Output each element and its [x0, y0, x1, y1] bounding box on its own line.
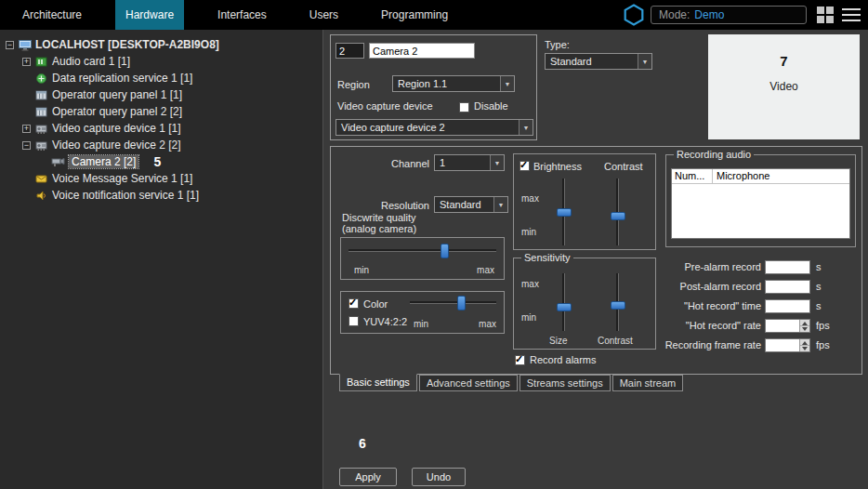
- region-value: Region 1.1: [393, 78, 500, 89]
- tree-item-video-capture-2[interactable]: Video capture device 2 [2]: [0, 137, 322, 153]
- spin-up-icon[interactable]: [800, 320, 809, 326]
- discwrite-quality-slider[interactable]: [349, 244, 496, 258]
- recording-audio-group: Recording audio Num... Microphone: [665, 154, 856, 247]
- tree-item-data-replication[interactable]: Data replication service 1 [1]: [0, 70, 322, 86]
- type-value: Standard: [546, 56, 638, 67]
- yuv-checkbox[interactable]: [349, 316, 359, 326]
- voice-notification-icon: [34, 190, 48, 202]
- menu-architecture[interactable]: Architecture: [11, 0, 93, 30]
- slider-track: [349, 249, 496, 252]
- record-alarms-row: Record alarms: [515, 354, 597, 365]
- slider-handle[interactable]: [611, 212, 625, 220]
- menu-hardware[interactable]: Hardware: [115, 0, 184, 30]
- disable-label: Disable: [474, 100, 508, 112]
- tree-item-voice-notification[interactable]: Voice notification service 1 [1]: [0, 187, 322, 204]
- tree-item-localhost[interactable]: LOCALHOST [DESKTOP-A2BI9O8]: [0, 36, 322, 53]
- layout-grid-icon[interactable]: [817, 7, 834, 23]
- brightness-contrast-group: Brightness Contrast max min: [513, 153, 656, 250]
- spin-down-icon[interactable]: [800, 346, 809, 351]
- hot-record-time-row: "Hot record" time s: [619, 298, 856, 313]
- tree-item-video-capture-1[interactable]: Video capture device 1 [1]: [0, 120, 322, 137]
- recording-audio-title: Recording audio: [674, 149, 754, 160]
- slider-handle[interactable]: [441, 244, 449, 258]
- spin-down-icon[interactable]: [800, 326, 809, 332]
- hamburger-menu-icon[interactable]: [842, 8, 861, 21]
- resolution-dropdown[interactable]: Standard: [434, 196, 508, 213]
- brightness-label: Brightness: [533, 161, 582, 172]
- color-group: Color YUV4:2:2 min max: [340, 291, 505, 334]
- min-label: min: [414, 319, 428, 329]
- pre-alarm-record-input[interactable]: [765, 260, 810, 274]
- video-device-icon: [34, 139, 48, 152]
- type-dropdown[interactable]: Standard: [545, 53, 652, 70]
- column-microphone: Microphone: [713, 169, 849, 183]
- spin-up-icon[interactable]: [800, 339, 809, 346]
- unit-label: s: [816, 281, 822, 292]
- tab-advanced-settings[interactable]: Advanced settings: [419, 375, 518, 391]
- disable-checkbox[interactable]: [459, 102, 469, 112]
- annotation-5: 5: [153, 154, 161, 169]
- max-label: max: [477, 265, 494, 275]
- region-dropdown[interactable]: Region 1.1: [392, 75, 515, 92]
- apply-button[interactable]: Apply: [339, 468, 397, 486]
- field-label: "Hot record" rate: [619, 320, 761, 331]
- operator-panel-icon: [34, 89, 48, 101]
- chevron-down-icon: [490, 155, 504, 170]
- tree-item-voice-message[interactable]: Voice Message Service 1 [1]: [0, 170, 322, 187]
- device-dropdown[interactable]: Video capture device 2: [335, 119, 533, 136]
- menu-programming[interactable]: Programming: [370, 0, 459, 30]
- expand-icon[interactable]: [22, 58, 31, 66]
- tree-item-audio-card[interactable]: Audio card 1 [1]: [0, 53, 322, 70]
- slider-handle[interactable]: [557, 303, 572, 311]
- menu-users[interactable]: Users: [298, 0, 349, 30]
- spinner-buttons[interactable]: [799, 339, 809, 351]
- slider-track: [410, 301, 496, 304]
- hot-record-time-input[interactable]: [765, 299, 810, 313]
- tree-item-label: Video capture device 1 [1]: [52, 122, 181, 135]
- collapse-icon[interactable]: [22, 141, 31, 150]
- region-label: Region: [337, 79, 370, 90]
- brightness-checkbox[interactable]: [519, 161, 530, 171]
- slider-handle[interactable]: [457, 296, 466, 311]
- post-alarm-record-input[interactable]: [765, 280, 810, 294]
- color-checkbox[interactable]: [349, 298, 359, 309]
- column-number: Num...: [672, 169, 713, 183]
- slider-handle[interactable]: [557, 208, 572, 217]
- recording-frame-rate-input[interactable]: [765, 338, 810, 352]
- contrast-slider[interactable]: [611, 178, 625, 245]
- video-placeholder-label: Video: [708, 80, 860, 93]
- object-id-field[interactable]: [335, 43, 364, 59]
- yuv-label: YUV4:2:2: [363, 316, 407, 327]
- spinner-buttons[interactable]: [799, 320, 809, 332]
- tree-item-operator-panel-1[interactable]: Operator query panel 1 [1]: [0, 86, 322, 103]
- color-slider[interactable]: [410, 296, 496, 311]
- tab-basic-settings[interactable]: Basic settings: [339, 374, 417, 391]
- unit-label: s: [816, 300, 822, 311]
- channel-value: 1: [435, 157, 490, 168]
- tree-item-camera-2[interactable]: Camera 2 [2] 5: [0, 153, 322, 170]
- min-label: min: [521, 312, 536, 323]
- brightness-slider[interactable]: [557, 178, 572, 245]
- mode-value: Demo: [694, 8, 724, 21]
- tree-item-operator-panel-2[interactable]: Operator query panel 2 [2]: [0, 103, 322, 120]
- object-name-field[interactable]: [369, 43, 475, 59]
- max-label: max: [521, 193, 539, 204]
- mode-selector[interactable]: Mode: Demo: [651, 6, 807, 24]
- audio-channels-table[interactable]: Num... Microphone: [671, 168, 850, 239]
- settings-tabs: Basic settings Advanced settings Streams…: [339, 375, 685, 392]
- expand-icon[interactable]: [22, 125, 31, 133]
- sensitivity-size-slider[interactable]: [557, 273, 572, 331]
- channel-dropdown[interactable]: 1: [434, 154, 505, 171]
- tree-item-label: Data replication service 1 [1]: [52, 72, 192, 85]
- tab-main-stream[interactable]: Main stream: [612, 375, 684, 391]
- menu-interfaces[interactable]: Interfaces: [206, 0, 278, 30]
- audio-card-icon: [34, 56, 48, 68]
- min-label: min: [354, 265, 369, 275]
- camera-settings-box: Channel 1 Resolution Standard Discwrite …: [330, 146, 862, 375]
- collapse-icon[interactable]: [6, 41, 14, 49]
- hot-record-rate-input[interactable]: [765, 319, 810, 333]
- unit-label: fps: [816, 320, 830, 331]
- undo-button[interactable]: Undo: [412, 468, 466, 486]
- record-alarms-checkbox[interactable]: [515, 355, 525, 365]
- tab-streams-settings[interactable]: Streams settings: [519, 375, 611, 391]
